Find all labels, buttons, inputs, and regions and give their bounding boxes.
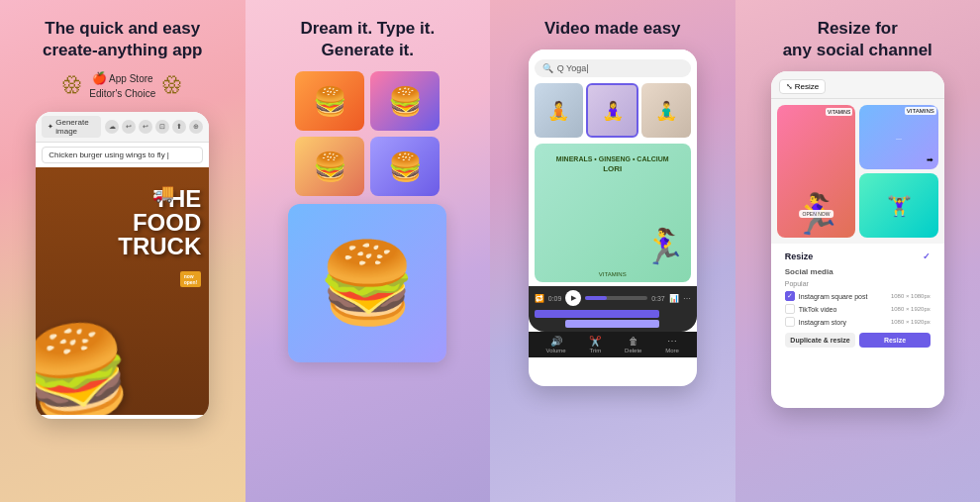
truck-icon: 🚚 (152, 182, 174, 204)
phone-mockup-4: ⤡ Resize VITAMINS ➡ ⋯ 🏃‍♀️ OPEN NOW VITA… (771, 71, 944, 408)
track-2 (565, 320, 659, 328)
delete-action-icon: 🗑 (629, 336, 638, 347)
video-thumb-2[interactable]: 🧘‍♀️ (586, 83, 638, 138)
resize-header-button[interactable]: ⤡ Resize (779, 79, 826, 94)
generated-content: THEFOODTRUCK nowopen! 🚚 🍔 (36, 167, 209, 415)
play-button[interactable]: ▶ (565, 290, 581, 306)
vitamins-logo-2: VITAMINS (826, 108, 852, 116)
video-thumb-3[interactable]: 🧘‍♂️ (641, 83, 690, 138)
checkbox-instagram-square[interactable]: ✓ (785, 291, 795, 301)
resize-options-panel: Resize ✓ Social media Popular ✓ Instagra… (777, 244, 938, 355)
panel-resize: Resize for any social channel ⤡ Resize V… (735, 0, 981, 502)
undo-icon[interactable]: ↩ (122, 120, 136, 134)
dots-icon: ⋯ (896, 134, 902, 141)
ai-thumb-2: 🍔 (370, 71, 440, 131)
vitamins-text: VITAMINS (535, 271, 691, 277)
generate-image-button[interactable]: ✦ Generate image (42, 116, 101, 138)
add-icon[interactable]: ⊕ (189, 120, 203, 134)
volume-action-icon: 🔊 (550, 336, 562, 347)
resize-option-tiktok[interactable]: TikTok video 1080 × 1920px (785, 304, 931, 314)
checkbox-instagram-story[interactable] (785, 317, 795, 327)
search-icon: 🔍 (542, 63, 553, 73)
arrow-icon: ➡ (927, 155, 933, 164)
popular-label: Popular (785, 280, 931, 287)
main-generated-image: 🍔 (288, 204, 446, 362)
laurel-right: 🏵 (161, 72, 183, 98)
social-card-story: 🏋️‍♀️ (859, 173, 938, 238)
social-media-label: Social media (785, 267, 931, 276)
more-action-icon: ⋯ (667, 336, 677, 347)
video-thumbnails: 🧘 🧘‍♀️ 🧘‍♂️ (529, 83, 697, 138)
panel-3-title: Video made easy (544, 18, 681, 40)
award-badge: 🏵 🍎 App Store Editor's Choice 🏵 (61, 71, 183, 100)
phone-mockup-1: ✦ Generate image ☁ ↩ ↩ ⊡ ⬆ ⊕ Chicken bur… (36, 112, 209, 419)
panel-1-title: The quick and easy create-anything app (43, 18, 203, 61)
toolbar: ✦ Generate image ☁ ↩ ↩ ⊡ ⬆ ⊕ (36, 112, 209, 143)
loop-icon[interactable]: 🔁 (535, 294, 544, 303)
open-now-btn: OPEN NOW (799, 210, 834, 218)
more-action[interactable]: ⋯ More (665, 336, 679, 353)
resize-icon: ⤡ (786, 82, 793, 91)
panel-video: Video made easy 🔍 Q Yoga| 🧘 🧘‍♀️ 🧘‍♂️ MI… (490, 0, 735, 502)
delete-action[interactable]: 🗑 Delete (625, 336, 641, 353)
panel-create-app: The quick and easy create-anything app 🏵… (0, 0, 245, 502)
resize-action-buttons: Duplicate & resize Resize (785, 333, 931, 348)
now-open-badge: nowopen! (180, 271, 202, 287)
trim-action-icon: ✂️ (589, 336, 601, 347)
person-small: 🏋️‍♀️ (887, 194, 912, 218)
resize-confirm-button[interactable]: Resize (859, 333, 931, 348)
volume-icon[interactable]: 📊 (669, 294, 679, 303)
laurel-left: 🏵 (61, 72, 83, 98)
brand-text: LORI (542, 164, 683, 173)
timeline-progress (585, 296, 607, 300)
ai-thumb-1: 🍔 (295, 71, 364, 131)
toolbar-icons: ☁ ↩ ↩ ⊡ ⬆ ⊕ (105, 120, 203, 134)
prompt-input[interactable]: Chicken burger using wings to fly | (42, 147, 203, 163)
redo-icon[interactable]: ↩ (139, 120, 152, 134)
panel-2-title: Dream it. Type it. Generate it. (300, 18, 435, 61)
resize-option-instagram-story[interactable]: Instagram story 1080 × 1920px (785, 317, 931, 327)
panel-4-title: Resize for any social channel (783, 18, 932, 61)
timeline-section: 🔁 0:09 ▶ 0:37 📊 ⋯ (529, 286, 697, 332)
resize-option-instagram-square[interactable]: ✓ Instagram square post 1080 × 1080px (785, 291, 931, 301)
phone-header: ⤡ Resize (771, 71, 944, 99)
trim-action[interactable]: ✂️ Trim (589, 336, 601, 353)
social-cards-grid: VITAMINS ➡ ⋯ 🏃‍♀️ OPEN NOW VITAMINS 🏋️‍♀… (771, 99, 944, 244)
ai-thumb-4: 🍔 (370, 137, 440, 196)
ai-thumbnails-grid: 🍔 🍔 🍔 🍔 (295, 71, 440, 196)
cloud-icon[interactable]: ☁ (105, 120, 119, 134)
ai-thumb-3: 🍔 (295, 137, 364, 196)
social-card-tall: 🏃‍♀️ OPEN NOW VITAMINS (777, 105, 856, 238)
panel-ai-generate: Dream it. Type it. Generate it. 🍔 🍔 🍔 🍔 … (245, 0, 491, 502)
person-figure: 🏃‍♀️ (642, 227, 686, 267)
more-icon[interactable]: ⋯ (683, 294, 691, 303)
video-card: MINERALS • GINSENG • CALCIUM LORI 🏃‍♀️ V… (535, 144, 691, 282)
resize-panel-title: Resize ✓ (785, 251, 931, 261)
timeline-tracks (535, 310, 691, 328)
duplicate-resize-button[interactable]: Duplicate & resize (785, 333, 856, 348)
volume-action[interactable]: 🔊 Volume (546, 336, 566, 353)
video-thumb-1[interactable]: 🧘 (535, 83, 583, 138)
phone-mockup-3: 🔍 Q Yoga| 🧘 🧘‍♀️ 🧘‍♂️ MINERALS • GINSENG… (529, 50, 697, 386)
upload-icon[interactable]: ⬆ (172, 120, 186, 134)
ingredients-text: MINERALS • GINSENG • CALCIUM (542, 155, 683, 162)
track-1 (535, 310, 659, 318)
burger-with-wings: 🍔 (36, 312, 140, 415)
timeline-bar[interactable] (585, 296, 647, 300)
social-card-square: VITAMINS ➡ ⋯ (859, 105, 938, 169)
timeline-controls: 🔁 0:09 ▶ 0:37 📊 ⋯ (535, 290, 691, 306)
winged-burger-icon: 🍔 (318, 237, 417, 330)
grid-icon[interactable]: ⊡ (155, 120, 169, 134)
vitamins-logo-1: VITAMINS (905, 107, 936, 115)
bottom-action-bar: 🔊 Volume ✂️ Trim 🗑 Delete ⋯ More (529, 332, 697, 357)
checkbox-tiktok[interactable] (785, 304, 795, 314)
checkmark-icon: ✓ (923, 251, 931, 261)
search-bar[interactable]: 🔍 Q Yoga| (535, 59, 691, 77)
award-text: 🍎 App Store Editor's Choice (89, 71, 155, 100)
